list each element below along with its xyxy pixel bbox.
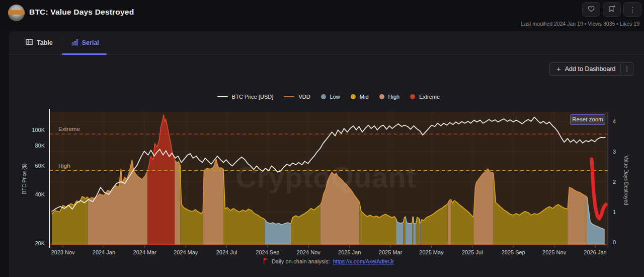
legend-swatch [284, 96, 294, 98]
svg-text:1: 1 [613, 209, 616, 215]
svg-text:2024 Jul: 2024 Jul [216, 249, 237, 255]
legend-item-btc-price-usd-[interactable]: BTC Price [USD] [217, 94, 274, 100]
legend-item-low[interactable]: Low [321, 94, 340, 100]
svg-text:2: 2 [613, 179, 616, 185]
caption-text: Daily on-chain analysis: [272, 258, 330, 264]
svg-text:40K: 40K [35, 191, 45, 197]
svg-text:2025 Mar: 2025 Mar [379, 249, 403, 255]
right-axis-title: Value Days Destroyed [623, 156, 629, 205]
threshold-label-high: High [58, 163, 70, 169]
svg-text:4: 4 [613, 118, 616, 124]
legend-label: Extreme [419, 94, 440, 100]
svg-text:2024 Jan: 2024 Jan [93, 249, 115, 255]
reset-zoom-button[interactable]: Reset zoom [570, 114, 605, 125]
chart-caption: Daily on-chain analysis: https://x.com/A… [49, 257, 608, 265]
legend-label: Mid [360, 94, 369, 100]
svg-text:2025 Sep: 2025 Sep [502, 249, 525, 255]
svg-text:2025 Jan: 2025 Jan [338, 249, 361, 255]
svg-text:20K: 20K [35, 240, 45, 246]
caption-link[interactable]: https://x.com/AxelAdlerJr [333, 258, 394, 264]
watermark: CryptoQuant [235, 161, 416, 193]
svg-text:2024 Sep: 2024 Sep [256, 249, 279, 255]
legend-swatch [217, 96, 228, 98]
left-axis-title: BTC Price ($) [22, 164, 27, 194]
left-axis-line [49, 109, 50, 248]
add-to-dashboard-label: Add to Dashboard [565, 65, 616, 73]
svg-text:0: 0 [613, 239, 616, 245]
plus-icon: + [556, 64, 561, 73]
legend-swatch [321, 94, 326, 99]
svg-text:2024 Mar: 2024 Mar [133, 249, 157, 255]
legend-swatch [410, 94, 415, 99]
chart-options-button[interactable]: ⋮ [620, 62, 633, 76]
kebab-icon: ⋮ [624, 65, 630, 73]
svg-text:100K: 100K [32, 127, 45, 133]
flag-icon [263, 257, 269, 265]
svg-text:2023 Nov: 2023 Nov [51, 249, 75, 255]
content-card: Table Serial CryptoQuantExtremeHigh20K40… [9, 31, 644, 277]
left-axis-ticks: 20K40K60K80K100K [32, 127, 45, 246]
legend-item-mid[interactable]: Mid [351, 94, 369, 100]
legend-item-high[interactable]: High [379, 94, 400, 100]
legend-item-vdd[interactable]: VDD [284, 94, 310, 100]
svg-text:2024 Nov: 2024 Nov [297, 249, 321, 255]
svg-text:60K: 60K [35, 163, 45, 169]
chart-legend: BTC Price [USD]VDDLowMidHighExtreme [49, 94, 608, 100]
legend-swatch [351, 94, 356, 99]
right-axis-ticks: 01234 [613, 118, 616, 245]
svg-text:2025 May: 2025 May [419, 249, 444, 255]
svg-text:2025 Jul: 2025 Jul [462, 249, 483, 255]
legend-swatch [379, 94, 384, 99]
x-axis: 2023 Nov2024 Jan2024 Mar2024 May2024 Jul… [51, 245, 606, 255]
svg-text:2024 May: 2024 May [174, 249, 198, 255]
threshold-label-extreme: Extreme [58, 126, 80, 132]
add-to-dashboard-button[interactable]: + Add to Dashboard [549, 62, 623, 76]
svg-text:80K: 80K [35, 143, 45, 149]
svg-text:2025 Nov: 2025 Nov [542, 249, 567, 255]
legend-label: BTC Price [USD] [232, 94, 274, 100]
legend-label: High [388, 94, 400, 100]
svg-text:3: 3 [613, 149, 616, 155]
chart-plot-area[interactable]: CryptoQuantExtremeHigh20K40K60K80K100K01… [0, 0, 644, 277]
legend-item-extreme[interactable]: Extreme [410, 94, 440, 100]
svg-text:2026 Jan: 2026 Jan [584, 249, 606, 255]
legend-label: VDD [298, 94, 310, 100]
legend-label: Low [330, 94, 340, 100]
